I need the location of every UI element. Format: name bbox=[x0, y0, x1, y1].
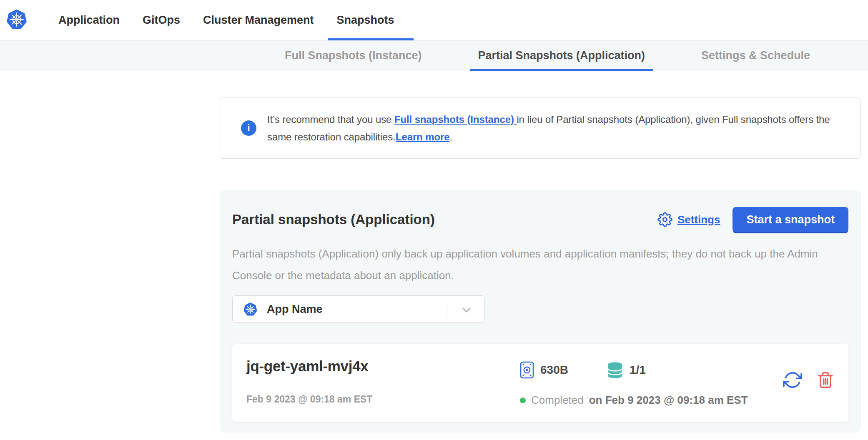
trash-icon[interactable] bbox=[817, 385, 834, 391]
select-divider bbox=[447, 301, 447, 317]
learn-more-link[interactable]: Learn more bbox=[396, 131, 450, 142]
snapshot-size: 630B bbox=[540, 363, 568, 377]
full-snapshots-instance-link[interactable]: Full snapshots (Instance) bbox=[394, 114, 517, 125]
disk-size-icon bbox=[520, 361, 534, 379]
panel-title: Partial snapshots (Application) bbox=[232, 212, 435, 228]
panel-description: Partial snapshots (Application) only bac… bbox=[232, 243, 854, 286]
app-name-select[interactable]: App Name bbox=[232, 295, 484, 323]
info-banner-text: It’s recommend that you use Full snapsho… bbox=[267, 111, 839, 146]
start-snapshot-button[interactable]: Start a snapshot bbox=[733, 207, 848, 232]
snapshots-tabs: Full Snapshots (Instance) Partial Snapsh… bbox=[276, 40, 818, 71]
snapshots-page: Application GitOps Cluster Management Sn… bbox=[0, 0, 868, 440]
settings-link[interactable]: Settings bbox=[657, 212, 720, 227]
snapshot-row: jq-get-yaml-mvj4x Feb 9 2023 @ 09:18 am … bbox=[232, 344, 848, 422]
nav-item-cluster-management[interactable]: Cluster Management bbox=[203, 0, 314, 40]
snapshot-metrics: 630B 1/1 bbox=[520, 344, 748, 422]
panel-header: Partial snapshots (Application) Settings… bbox=[232, 207, 848, 232]
snapshot-metrics-row: 630B 1/1 bbox=[520, 361, 748, 379]
app-select-value: App Name bbox=[267, 303, 323, 316]
snapshot-name: jq-get-yaml-mvj4x bbox=[246, 358, 520, 375]
kubernetes-app-icon bbox=[243, 302, 258, 317]
snapshot-volumes-metric: 1/1 bbox=[607, 362, 646, 379]
volumes-icon bbox=[607, 362, 623, 379]
settings-link-label[interactable]: Settings bbox=[677, 213, 720, 226]
snapshot-volumes: 1/1 bbox=[630, 363, 646, 377]
top-navigation: Application GitOps Cluster Management Sn… bbox=[0, 0, 868, 40]
snapshot-created-timestamp: Feb 9 2023 @ 09:18 am EST bbox=[246, 394, 520, 405]
partial-snapshots-panel: Partial snapshots (Application) Settings… bbox=[220, 190, 861, 432]
snapshot-size-metric: 630B bbox=[520, 361, 568, 379]
restore-snapshot-button[interactable] bbox=[783, 370, 803, 390]
nav-item-gitops[interactable]: GitOps bbox=[143, 0, 180, 40]
kubernetes-logo-icon bbox=[6, 9, 28, 30]
panel-header-actions: Settings Start a snapshot bbox=[657, 207, 848, 232]
primary-nav: Application GitOps Cluster Management Sn… bbox=[58, 0, 394, 40]
info-banner: i It’s recommend that you use Full snaps… bbox=[220, 98, 861, 159]
banner-text-before: It’s recommend that you use bbox=[267, 114, 394, 125]
snapshot-status-row: Completed on Feb 9 2023 @ 09:18 am EST bbox=[520, 394, 748, 407]
chevron-down-icon[interactable] bbox=[460, 303, 473, 317]
nav-item-application[interactable]: Application bbox=[58, 0, 120, 40]
snapshot-status: Completed bbox=[531, 394, 584, 407]
snapshot-actions bbox=[783, 344, 834, 422]
snapshots-tabbar: Full Snapshots (Instance) Partial Snapsh… bbox=[0, 40, 868, 71]
banner-text-after: . bbox=[450, 131, 453, 142]
tab-settings-schedule[interactable]: Settings & Schedule bbox=[693, 40, 818, 71]
nav-item-snapshots[interactable]: Snapshots bbox=[337, 0, 394, 40]
tab-partial-snapshots-application[interactable]: Partial Snapshots (Application) bbox=[470, 40, 654, 71]
gear-icon[interactable] bbox=[657, 212, 672, 227]
info-icon: i bbox=[241, 120, 256, 136]
snapshot-info: jq-get-yaml-mvj4x Feb 9 2023 @ 09:18 am … bbox=[246, 344, 520, 422]
snapshot-status-detail: on Feb 9 2023 @ 09:18 am EST bbox=[589, 394, 748, 407]
restore-icon[interactable] bbox=[783, 385, 803, 391]
status-dot bbox=[520, 398, 526, 403]
tab-full-snapshots-instance[interactable]: Full Snapshots (Instance) bbox=[276, 40, 430, 71]
delete-snapshot-button[interactable] bbox=[817, 370, 834, 390]
